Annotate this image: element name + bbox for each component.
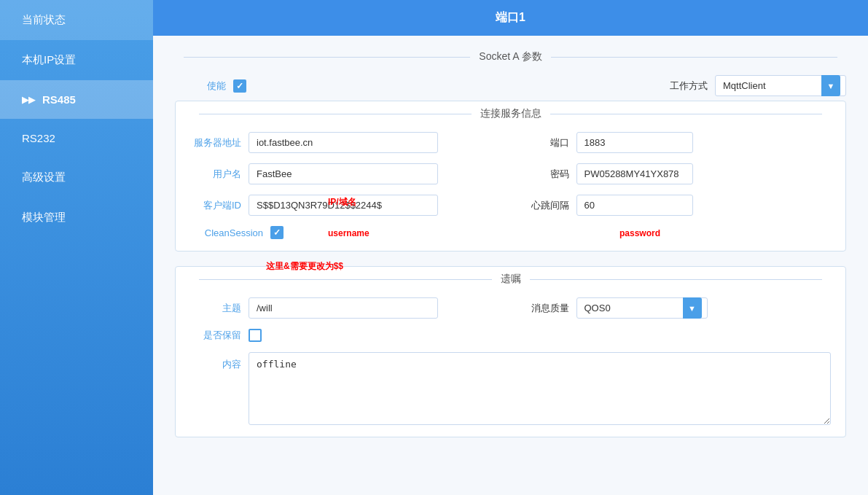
sidebar-item-advanced[interactable]: 高级设置 xyxy=(0,157,153,198)
enable-checkbox[interactable]: ✓ xyxy=(233,79,246,93)
will-card: 遗嘱 主题 消息质量 QOS0 QOS1 QOS2 ▼ xyxy=(175,266,846,437)
cleansession-row: CleanSession ✓ xyxy=(190,226,831,239)
sidebar-item-label: 当前状态 xyxy=(22,13,66,27)
quality-label: 消息质量 xyxy=(518,302,569,315)
sidebar-item-label: RS232 xyxy=(22,132,55,144)
check-icon: ✓ xyxy=(236,82,243,90)
will-header: 遗嘱 xyxy=(190,273,831,286)
cleansession-checkbox[interactable]: ✓ xyxy=(270,226,284,239)
sidebar-item-label: RS485 xyxy=(42,93,76,106)
port-input[interactable] xyxy=(576,132,693,153)
password-input[interactable] xyxy=(576,163,693,184)
content-area: Socket A 参数 使能 ✓ 工作方式 MqttClient TcpClie… xyxy=(153,36,868,495)
username-input[interactable] xyxy=(249,163,438,184)
sidebar-item-current-status[interactable]: 当前状态 xyxy=(0,0,153,40)
heartbeat-col: 心跳间隔 xyxy=(518,195,832,216)
quality-select-wrap: QOS0 QOS1 QOS2 ▼ xyxy=(576,297,708,319)
content-textarea[interactable]: offline xyxy=(249,352,831,425)
workmode-select-wrap: MqttClient TcpClient TcpServer UdpClient… xyxy=(715,75,846,96)
enable-group: 使能 ✓ xyxy=(175,79,246,93)
sidebar-item-module[interactable]: 模块管理 xyxy=(0,198,153,238)
topic-col: 主题 xyxy=(190,297,504,319)
heartbeat-input[interactable] xyxy=(576,195,693,216)
sidebar-item-rs232[interactable]: RS232 xyxy=(0,119,153,157)
server-col: 服务器地址 xyxy=(190,132,504,153)
cleansession-label: CleanSession xyxy=(190,227,263,238)
server-address-label: 服务器地址 xyxy=(190,136,241,149)
workmode-label: 工作方式 xyxy=(670,79,708,93)
retain-checkbox[interactable] xyxy=(249,329,262,342)
quality-select[interactable]: QOS0 QOS1 QOS2 xyxy=(576,297,708,319)
username-label: 用户名 xyxy=(190,168,241,181)
check-icon: ✓ xyxy=(273,228,281,237)
username-col: 用户名 xyxy=(190,163,504,184)
workmode-select[interactable]: MqttClient TcpClient TcpServer UdpClient xyxy=(715,75,846,96)
clientid-label: 客户端ID xyxy=(190,199,241,212)
main-content: 端口1 Socket A 参数 使能 ✓ 工作方式 MqttClient Tcp… xyxy=(153,0,868,495)
quality-col: 消息质量 QOS0 QOS1 QOS2 ▼ xyxy=(518,297,832,319)
socket-a-header: Socket A 参数 xyxy=(175,50,846,63)
connection-card: 连接服务信息 服务器地址 端口 用户名 xyxy=(175,101,846,252)
title-bar: 端口1 xyxy=(153,0,868,36)
topic-quality-row: 主题 消息质量 QOS0 QOS1 QOS2 ▼ xyxy=(190,297,831,319)
enable-workmode-row: 使能 ✓ 工作方式 MqttClient TcpClient TcpServer… xyxy=(175,75,846,96)
sidebar-arrow-icon: ▶▶ xyxy=(22,95,35,105)
enable-label: 使能 xyxy=(175,79,226,93)
sidebar: 当前状态 本机IP设置 ▶▶ RS485 RS232 高级设置 模块管理 xyxy=(0,0,153,495)
clientid-input[interactable] xyxy=(249,195,438,216)
page-title: 端口1 xyxy=(496,11,525,23)
clientid-heartbeat-row: 客户端ID 心跳间隔 xyxy=(190,195,831,216)
topic-label: 主题 xyxy=(190,302,241,315)
server-port-row: 服务器地址 端口 xyxy=(190,132,831,153)
sidebar-item-label: 本机IP设置 xyxy=(22,53,76,67)
sidebar-item-rs485[interactable]: ▶▶ RS485 xyxy=(0,80,153,119)
topic-input[interactable] xyxy=(249,297,438,319)
content-label: 内容 xyxy=(190,352,241,371)
content-row: 内容 offline xyxy=(190,352,831,425)
sidebar-item-label: 模块管理 xyxy=(22,211,66,225)
socket-a-label: Socket A 参数 xyxy=(479,50,541,63)
will-label: 遗嘱 xyxy=(501,273,521,286)
password-col: 密码 xyxy=(518,163,832,184)
retain-label: 是否保留 xyxy=(190,329,241,342)
port-col: 端口 xyxy=(518,132,832,153)
sidebar-item-label: 高级设置 xyxy=(22,171,66,184)
port-label: 端口 xyxy=(518,136,569,149)
password-label: 密码 xyxy=(518,168,569,181)
server-address-input[interactable] xyxy=(249,132,438,153)
sidebar-item-local-ip[interactable]: 本机IP设置 xyxy=(0,40,153,80)
heartbeat-label: 心跳间隔 xyxy=(518,199,569,212)
connection-label: 连接服务信息 xyxy=(480,107,541,120)
workmode-group: 工作方式 MqttClient TcpClient TcpServer UdpC… xyxy=(670,75,846,96)
connection-header: 连接服务信息 xyxy=(190,107,831,120)
user-pass-row: 用户名 密码 xyxy=(190,163,831,184)
clientid-col: 客户端ID xyxy=(190,195,504,216)
retain-row: 是否保留 xyxy=(190,329,831,342)
